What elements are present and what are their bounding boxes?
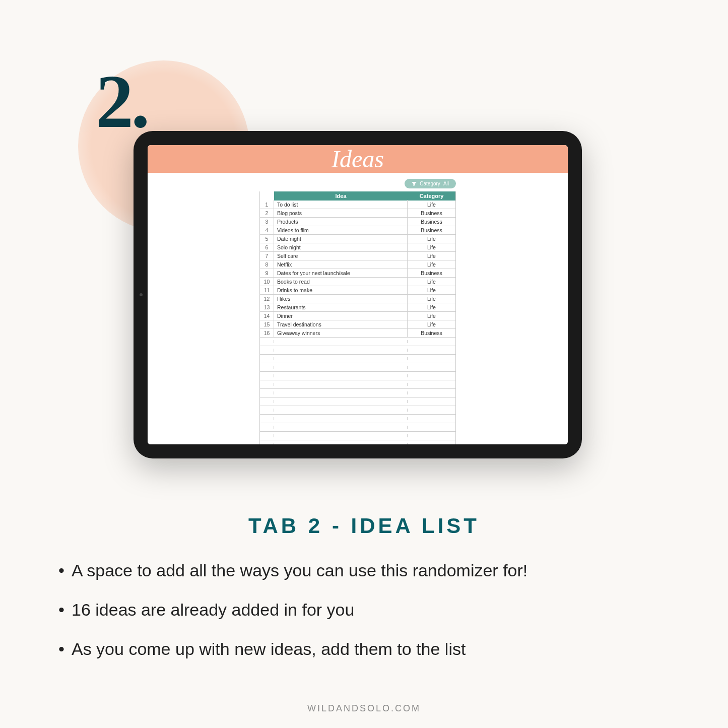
- row-idea: Date night: [274, 234, 408, 243]
- row-category: Life: [408, 243, 455, 252]
- row-idea: Restaurants: [274, 303, 408, 312]
- row-idea: Solo night: [274, 243, 408, 252]
- row-category: Life: [408, 286, 455, 295]
- filter-row: Category All: [259, 179, 456, 188]
- bullet-item: A space to add all the ways you can use …: [55, 559, 673, 582]
- table-row-empty[interactable]: [260, 415, 455, 423]
- row-idea: Hikes: [274, 294, 408, 303]
- table-row[interactable]: 15Travel destinationsLife: [260, 320, 455, 329]
- app-body: Category All Idea Category 1To do listLi…: [148, 173, 568, 444]
- row-category: Life: [408, 294, 455, 303]
- table-row-empty[interactable]: [260, 406, 455, 415]
- header-idea: Idea: [274, 191, 408, 201]
- filter-chip[interactable]: Category All: [405, 179, 456, 188]
- section-title: TAB 2 - IDEA LIST: [0, 514, 728, 538]
- ideas-table: Idea Category 1To do listLife2Blog posts…: [259, 191, 456, 444]
- row-number: 12: [260, 294, 274, 303]
- table-row[interactable]: 13RestaurantsLife: [260, 303, 455, 312]
- table-row[interactable]: 12HikesLife: [260, 295, 455, 303]
- row-idea: Drinks to make: [274, 286, 408, 295]
- table-row[interactable]: 8NetflixLife: [260, 260, 455, 269]
- row-idea: Dinner: [274, 311, 408, 320]
- bullet-item: 16 ideas are already added in for you: [55, 599, 673, 622]
- row-idea: Giveaway winners: [274, 328, 408, 338]
- row-number: 11: [260, 286, 274, 295]
- table-row-empty[interactable]: [260, 440, 455, 444]
- table-row[interactable]: 7Self careLife: [260, 252, 455, 260]
- row-number: 3: [260, 217, 274, 226]
- table-row-empty[interactable]: [260, 423, 455, 432]
- table-row-empty[interactable]: [260, 346, 455, 355]
- table-row-empty[interactable]: [260, 398, 455, 406]
- row-idea: Blog posts: [274, 209, 408, 218]
- table-row-empty[interactable]: [260, 432, 455, 440]
- table-row[interactable]: 5Date nightLife: [260, 235, 455, 243]
- row-category: Life: [408, 303, 455, 312]
- row-number: 13: [260, 303, 274, 312]
- tablet-screen: Ideas Category All Idea Category 1To do …: [148, 145, 568, 444]
- row-idea: Books to read: [274, 277, 408, 286]
- table-row[interactable]: 16Giveaway winnersBusiness: [260, 329, 455, 338]
- table-row-empty[interactable]: [260, 389, 455, 398]
- row-idea: Dates for your next launch/sale: [274, 269, 408, 278]
- bullet-list: A space to add all the ways you can use …: [55, 559, 673, 677]
- step-number: 2.: [96, 58, 148, 145]
- row-number: 9: [260, 269, 274, 278]
- footer-link: WILDANDSOLO.COM: [0, 703, 728, 714]
- table-row-empty[interactable]: [260, 363, 455, 372]
- row-category: Life: [408, 320, 455, 329]
- row-category: Life: [408, 277, 455, 286]
- row-number: 6: [260, 243, 274, 252]
- row-idea: To do list: [274, 200, 408, 209]
- bullet-item: As you come up with new ideas, add them …: [55, 638, 673, 661]
- app-title: Ideas: [332, 145, 384, 173]
- row-category: Business: [408, 226, 455, 235]
- row-idea: Self care: [274, 251, 408, 260]
- row-number: 7: [260, 251, 274, 260]
- row-category: Life: [408, 311, 455, 320]
- row-idea: Products: [274, 217, 408, 226]
- table-row[interactable]: 6Solo nightLife: [260, 243, 455, 252]
- table-row[interactable]: 10Books to readLife: [260, 278, 455, 286]
- filter-label: Category: [420, 181, 440, 186]
- table-row[interactable]: 4Videos to filmBusiness: [260, 226, 455, 235]
- row-category: Business: [408, 269, 455, 278]
- app-header: Ideas: [148, 145, 568, 173]
- row-number: 1: [260, 200, 274, 209]
- row-category: Life: [408, 251, 455, 260]
- table-row-empty[interactable]: [260, 380, 455, 389]
- header-category: Category: [408, 191, 455, 201]
- row-number: 4: [260, 226, 274, 235]
- row-number: 14: [260, 311, 274, 320]
- table-row[interactable]: 11Drinks to makeLife: [260, 286, 455, 295]
- row-category: Business: [408, 328, 455, 338]
- row-category: Life: [408, 200, 455, 209]
- row-number: 16: [260, 328, 274, 338]
- row-idea: Netflix: [274, 260, 408, 269]
- row-number: 5: [260, 234, 274, 243]
- filter-value: All: [443, 181, 449, 186]
- row-category: Business: [408, 217, 455, 226]
- table-row[interactable]: 1To do listLife: [260, 201, 455, 209]
- row-number: 8: [260, 260, 274, 269]
- table-row[interactable]: 3ProductsBusiness: [260, 218, 455, 226]
- table-row-empty[interactable]: [260, 338, 455, 346]
- filter-icon: [412, 182, 417, 186]
- table-row-empty[interactable]: [260, 355, 455, 363]
- row-number: 2: [260, 209, 274, 218]
- row-category: Life: [408, 260, 455, 269]
- tablet-frame: Ideas Category All Idea Category 1To do …: [134, 131, 582, 458]
- row-number: 10: [260, 277, 274, 286]
- row-number: 15: [260, 320, 274, 329]
- row-category: Business: [408, 209, 455, 218]
- row-idea: Videos to film: [274, 226, 408, 235]
- row-idea: Travel destinations: [274, 320, 408, 329]
- table-header: Idea Category: [260, 191, 455, 201]
- table-row[interactable]: 14DinnerLife: [260, 312, 455, 320]
- table-row-empty[interactable]: [260, 372, 455, 380]
- table-row[interactable]: 9Dates for your next launch/saleBusiness: [260, 269, 455, 278]
- table-row[interactable]: 2Blog postsBusiness: [260, 209, 455, 218]
- row-category: Life: [408, 234, 455, 243]
